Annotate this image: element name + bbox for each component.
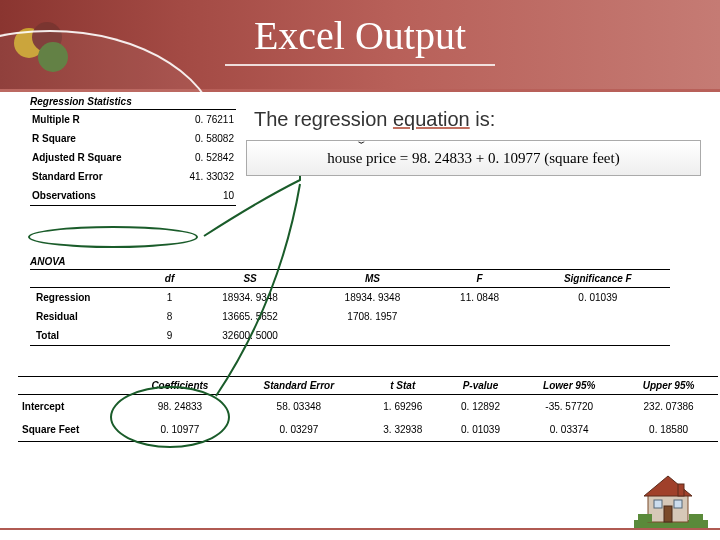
anova-cell — [526, 326, 670, 346]
stat-value: 0. 58082 — [166, 129, 236, 148]
anova-cell: 9 — [150, 326, 189, 346]
regression-statistics-block: Regression Statistics Multiple R 0. 7621… — [30, 96, 236, 206]
stat-label: Standard Error — [30, 167, 166, 186]
coef-header: Coefficients — [126, 377, 234, 395]
stat-value: 41. 33032 — [166, 167, 236, 186]
coef-cell: 0. 12892 — [442, 395, 520, 419]
coef-cell: -35. 57720 — [519, 395, 619, 419]
coef-cell: Square Feet — [18, 418, 126, 442]
anova-header: F — [434, 270, 526, 288]
stat-label: R Square — [30, 129, 166, 148]
anova-header: df — [150, 270, 189, 288]
stat-label: Observations — [30, 186, 166, 206]
stat-value: 10 — [166, 186, 236, 206]
anova-header: Significance F — [526, 270, 670, 288]
svg-rect-4 — [654, 500, 662, 508]
slide-header: Excel Output — [0, 0, 720, 92]
anova-table: df SS MS F Significance F Regression 1 1… — [30, 269, 670, 346]
coef-cell: 98. 24833 — [126, 395, 234, 419]
coef-header: Standard Error — [234, 377, 364, 395]
stat-label: Adjusted R Square — [30, 148, 166, 167]
coef-header: t Stat — [364, 377, 442, 395]
table-row: Regression 1 18934. 9348 18934. 9348 11.… — [30, 288, 670, 308]
anova-header: SS — [189, 270, 311, 288]
coef-header: Upper 95% — [619, 377, 718, 395]
coef-cell: 1. 69296 — [364, 395, 442, 419]
title-underline — [225, 64, 495, 66]
coefficients-table: Coefficients Standard Error t Stat P-val… — [18, 376, 718, 442]
coef-cell: Intercept — [18, 395, 126, 419]
table-row: Intercept 98. 24833 58. 03348 1. 69296 0… — [18, 395, 718, 419]
anova-cell: 1708. 1957 — [311, 307, 433, 326]
anova-cell: 0. 01039 — [526, 288, 670, 308]
table-row: Total 9 32600. 5000 — [30, 326, 670, 346]
anova-title: ANOVA — [30, 256, 670, 267]
house-icon — [634, 470, 708, 530]
regression-statistics-title: Regression Statistics — [30, 96, 236, 107]
regression-equation-box: house price house price = 98. 24833 + 0.… — [246, 140, 701, 176]
anova-cell: 32600. 5000 — [189, 326, 311, 346]
coef-cell: 0. 01039 — [442, 418, 520, 442]
coef-cell: 232. 07386 — [619, 395, 718, 419]
caption-prefix: The regression — [254, 108, 393, 130]
svg-rect-3 — [678, 484, 684, 496]
anova-cell: 1 — [150, 288, 189, 308]
anova-header — [30, 270, 150, 288]
anova-cell — [434, 326, 526, 346]
coef-header — [18, 377, 126, 395]
coef-cell: 0. 18580 — [619, 418, 718, 442]
stat-value: 0. 52842 — [166, 148, 236, 167]
coef-cell: 0. 03297 — [234, 418, 364, 442]
anova-cell: 8 — [150, 307, 189, 326]
regression-statistics-table: Multiple R 0. 76211 R Square 0. 58082 Ad… — [30, 109, 236, 206]
equation-text: house price house price = 98. 24833 + 0.… — [327, 150, 619, 167]
coef-cell: 58. 03348 — [234, 395, 364, 419]
stat-label: Multiple R — [30, 110, 166, 130]
anova-cell — [434, 307, 526, 326]
anova-cell — [526, 307, 670, 326]
anova-header: MS — [311, 270, 433, 288]
coef-header: P-value — [442, 377, 520, 395]
anova-cell: 18934. 9348 — [311, 288, 433, 308]
caption-suffix: is: — [470, 108, 496, 130]
coef-cell: 0. 10977 — [126, 418, 234, 442]
slide-title: Excel Output — [0, 12, 720, 59]
regression-equation-caption: The regression equation is: — [254, 108, 495, 131]
table-row: Square Feet 0. 10977 0. 03297 3. 32938 0… — [18, 418, 718, 442]
anova-cell — [311, 326, 433, 346]
anova-cell: 18934. 9348 — [189, 288, 311, 308]
footer-rule — [0, 528, 720, 540]
svg-marker-2 — [644, 476, 692, 496]
coefficients-block: Coefficients Standard Error t Stat P-val… — [18, 376, 718, 442]
svg-rect-7 — [638, 514, 652, 522]
svg-rect-6 — [664, 506, 672, 522]
anova-cell: 13665. 5652 — [189, 307, 311, 326]
coef-header: Lower 95% — [519, 377, 619, 395]
anova-block: ANOVA df SS MS F Significance F Regressi… — [30, 256, 670, 346]
coef-cell: 0. 03374 — [519, 418, 619, 442]
caption-underlined: equation — [393, 108, 470, 130]
coef-cell: 3. 32938 — [364, 418, 442, 442]
stat-value: 0. 76211 — [166, 110, 236, 130]
anova-cell: Total — [30, 326, 150, 346]
table-row: Residual 8 13665. 5652 1708. 1957 — [30, 307, 670, 326]
svg-rect-8 — [689, 514, 703, 522]
anova-cell: Residual — [30, 307, 150, 326]
anova-cell: Regression — [30, 288, 150, 308]
anova-cell: 11. 0848 — [434, 288, 526, 308]
svg-rect-5 — [674, 500, 682, 508]
